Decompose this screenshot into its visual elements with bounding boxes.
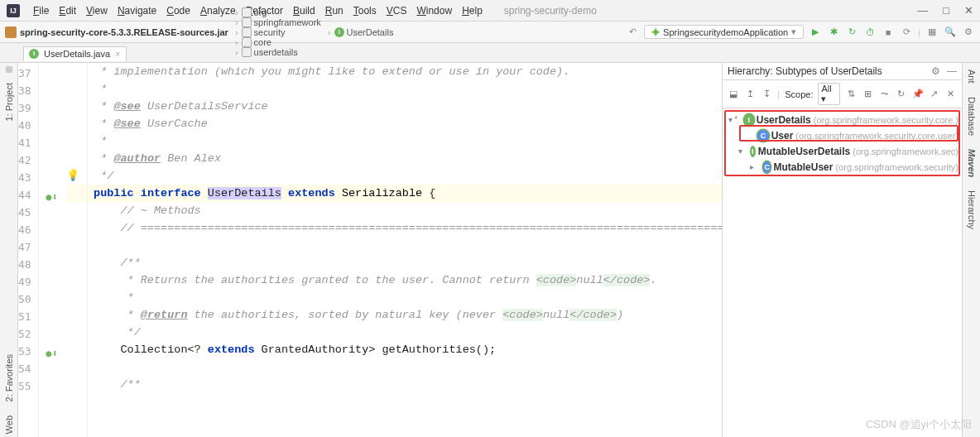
tool-maven[interactable]: Maven <box>967 146 977 180</box>
interface-icon <box>744 114 754 126</box>
minimize-icon[interactable]: — <box>917 4 928 17</box>
expand-icon[interactable]: ⊞ <box>862 89 873 99</box>
code-area[interactable]: * implementation (which you might like t… <box>39 63 722 437</box>
search-icon[interactable]: 🔍 <box>944 26 957 37</box>
hierarchy-title-bar: Hierarchy: Subtypes of UserDetails ⚙ — <box>723 63 962 80</box>
maximize-icon[interactable]: □ <box>943 4 949 17</box>
refresh-icon[interactable]: ↻ <box>896 89 907 99</box>
navigation-bar: spring-security-core-5.3.3.RELEASE-sourc… <box>0 22 980 43</box>
gutter-marker-icon[interactable]: ●⬇ <box>46 345 57 363</box>
scope-label: Scope: <box>785 89 813 99</box>
class-icon <box>763 161 771 173</box>
ide-logo-icon: IJ <box>7 4 20 17</box>
close-panel-icon[interactable]: ✕ <box>945 89 957 99</box>
export-icon[interactable]: ↗ <box>929 89 940 99</box>
menu-edit[interactable]: Edit <box>54 5 81 17</box>
code-editor[interactable]: 3738394041424344●⬇454647484950515253●⬇54… <box>18 63 722 437</box>
class-icon <box>757 130 768 142</box>
class-hierarchy-icon[interactable]: ⬓ <box>728 89 739 99</box>
menu-navigate[interactable]: Navigate <box>113 5 161 17</box>
menu-file[interactable]: File <box>28 5 54 17</box>
tool-hierarchy[interactable]: Hierarchy <box>967 187 977 233</box>
menu-vcs[interactable]: VCS <box>382 5 412 17</box>
breadcrumb-security[interactable]: security <box>232 27 321 37</box>
profile-icon[interactable]: ⏱ <box>863 27 877 37</box>
scope-selector[interactable]: All ▾ <box>818 83 840 105</box>
breadcrumb-userdetails[interactable]: userdetails <box>232 47 321 57</box>
editor-tabs: UserDetails.java × <box>0 43 980 63</box>
hierarchy-panel: Hierarchy: Subtypes of UserDetails ⚙ — ⬓… <box>722 63 962 437</box>
hierarchy-title: Hierarchy: Subtypes of UserDetails <box>728 65 882 77</box>
tree-node-userdetails[interactable]: ▾*UserDetails(org.springframework.securi… <box>726 112 958 127</box>
jar-name[interactable]: spring-security-core-5.3.3.RELEASE-sourc… <box>20 27 228 37</box>
tree-node-mutableuser[interactable]: ▸MutableUser(org.springframework.securit… <box>726 159 958 175</box>
menu-window[interactable]: Window <box>411 5 457 17</box>
jar-icon <box>5 26 17 38</box>
left-tool-stripe: 1: Project 2: Favorites Web <box>0 63 18 437</box>
tree-node-mutableuserdetails[interactable]: ▾MutableUserDetails(org.springframework.… <box>726 143 958 159</box>
tab-close-icon[interactable]: × <box>115 49 120 59</box>
tool-favorites[interactable]: 2: Favorites <box>4 351 14 405</box>
close-icon[interactable]: ✕ <box>964 4 973 17</box>
menu-tools[interactable]: Tools <box>348 5 382 17</box>
gear-icon[interactable]: ⚙ <box>931 65 940 77</box>
expand-icon[interactable]: ▾ <box>737 146 742 156</box>
gutter-marker-icon[interactable]: ●⬇ <box>46 189 57 206</box>
interface-icon <box>750 146 756 157</box>
package-icon <box>242 47 252 57</box>
settings-icon[interactable]: ⚙ <box>962 26 975 37</box>
gutter-icons <box>65 63 88 437</box>
breadcrumb-core[interactable]: core <box>232 37 321 47</box>
stop-icon[interactable]: ■ <box>882 27 895 37</box>
coverage-icon[interactable]: ↻ <box>845 26 858 37</box>
package-icon <box>242 17 252 27</box>
breadcrumb-org[interactable]: org <box>232 7 321 17</box>
sort-icon[interactable]: ⇅ <box>845 89 857 99</box>
spring-leaf-icon: ⯌ <box>651 27 661 37</box>
titlebar: IJ FileEditViewNavigateCodeAnalyzeRefact… <box>0 0 980 22</box>
menu-code[interactable]: Code <box>161 5 195 17</box>
hide-icon[interactable]: — <box>947 65 957 77</box>
intention-bulb-icon[interactable]: 💡 <box>66 169 79 181</box>
menu-help[interactable]: Help <box>457 5 488 17</box>
package-icon <box>242 27 252 37</box>
right-tool-stripe: Ant Database Maven Hierarchy <box>962 63 980 437</box>
hierarchy-toolbar: ⬓ ↥ ↧ | Scope: All ▾ ⇅ ⊞ ⤳ ↻ 📌 ↗ ✕ <box>723 80 962 108</box>
hierarchy-tree[interactable]: ▾*UserDetails(org.springframework.securi… <box>723 108 962 437</box>
tool-ant[interactable]: Ant <box>967 66 977 87</box>
menu-run[interactable]: Run <box>320 5 348 17</box>
package-icon <box>242 37 252 47</box>
sub-hierarchy-icon[interactable]: ↧ <box>761 89 772 99</box>
debug-icon[interactable]: ✱ <box>827 26 840 37</box>
tree-node-user[interactable]: User(org.springframework.security.core.u… <box>726 127 958 143</box>
structure-icon[interactable]: ▦ <box>925 26 939 37</box>
line-gutter: 3738394041424344●⬇454647484950515253●⬇54… <box>18 63 39 437</box>
back-icon[interactable]: ↶ <box>626 26 639 37</box>
update-icon[interactable]: ⟳ <box>900 26 913 37</box>
window-controls: — □ ✕ <box>917 4 973 17</box>
tab-label: UserDetails.java <box>44 49 110 59</box>
expand-icon[interactable]: ▾ <box>726 115 734 124</box>
super-hierarchy-icon[interactable]: ↥ <box>744 89 756 99</box>
package-icon <box>242 7 252 17</box>
tool-web[interactable]: Web <box>4 412 14 437</box>
autoscroll-icon[interactable]: ⤳ <box>878 89 890 99</box>
menu-view[interactable]: View <box>81 5 113 17</box>
expand-icon[interactable]: ▸ <box>749 162 756 171</box>
main-area: 1: Project 2: Favorites Web 373839404142… <box>0 63 980 437</box>
project-name: spring-security-demo <box>504 5 597 17</box>
run-icon[interactable]: ▶ <box>809 26 822 37</box>
run-config-selector[interactable]: ⯌SpringsecuritydemoApplication▾ <box>644 25 804 39</box>
tool-project[interactable]: 1: Project <box>4 79 14 124</box>
tool-database[interactable]: Database <box>967 94 977 139</box>
interface-icon <box>29 49 39 59</box>
interface-icon <box>334 27 344 37</box>
tab-userdetails[interactable]: UserDetails.java × <box>23 46 127 61</box>
stripe-dot <box>6 66 12 73</box>
breadcrumb-class[interactable]: UserDetails <box>324 27 394 37</box>
breadcrumb-springframework[interactable]: springframework <box>232 17 321 27</box>
pin-icon[interactable]: 📌 <box>912 89 924 99</box>
